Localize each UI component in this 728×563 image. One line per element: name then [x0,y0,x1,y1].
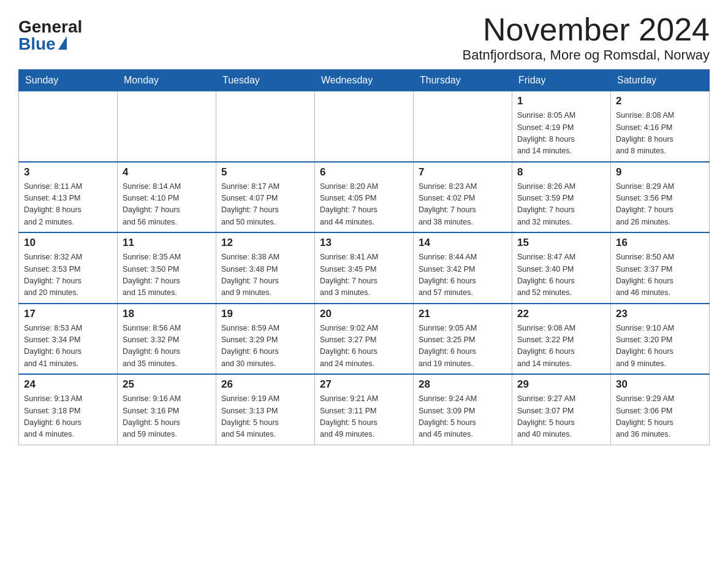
day-number: 9 [616,166,704,178]
day-number: 4 [123,166,211,178]
day-number: 13 [320,237,408,249]
day-info: Sunrise: 9:02 AM Sunset: 3:27 PM Dayligh… [320,323,408,370]
calendar-week-row: 10Sunrise: 8:32 AM Sunset: 3:53 PM Dayli… [19,232,710,304]
day-info: Sunrise: 9:29 AM Sunset: 3:06 PM Dayligh… [616,393,704,441]
day-info: Sunrise: 8:44 AM Sunset: 3:42 PM Dayligh… [419,251,507,299]
day-info: Sunrise: 8:11 AM Sunset: 4:13 PM Dayligh… [24,181,112,229]
day-number: 14 [419,237,507,249]
day-number: 30 [616,378,704,391]
header-friday: Friday [512,70,611,91]
day-info: Sunrise: 8:29 AM Sunset: 3:56 PM Dayligh… [616,181,704,229]
day-number: 25 [123,378,211,391]
day-number: 20 [320,308,408,320]
day-number: 2 [616,95,704,107]
day-info: Sunrise: 8:32 AM Sunset: 3:53 PM Dayligh… [24,251,112,299]
day-number: 16 [616,237,704,249]
day-info: Sunrise: 9:10 AM Sunset: 3:20 PM Dayligh… [616,323,704,370]
day-number: 5 [221,166,309,178]
day-info: Sunrise: 8:59 AM Sunset: 3:29 PM Dayligh… [221,323,309,370]
header-saturday: Saturday [611,70,710,91]
table-row: 28Sunrise: 9:24 AM Sunset: 3:09 PM Dayli… [414,374,512,445]
day-number: 19 [221,308,309,320]
day-info: Sunrise: 8:23 AM Sunset: 4:02 PM Dayligh… [419,181,507,229]
calendar-week-row: 1Sunrise: 8:05 AM Sunset: 4:19 PM Daylig… [19,91,710,162]
table-row: 5Sunrise: 8:17 AM Sunset: 4:07 PM Daylig… [216,162,315,233]
table-row [118,91,216,162]
day-number: 17 [24,308,112,320]
day-number: 22 [517,308,605,320]
table-row: 2Sunrise: 8:08 AM Sunset: 4:16 PM Daylig… [611,91,710,162]
day-info: Sunrise: 8:53 AM Sunset: 3:34 PM Dayligh… [24,323,112,370]
logo-blue-text: Blue [18,36,68,53]
day-number: 11 [123,237,211,249]
table-row: 19Sunrise: 8:59 AM Sunset: 3:29 PM Dayli… [216,304,315,375]
table-row: 30Sunrise: 9:29 AM Sunset: 3:06 PM Dayli… [611,374,710,445]
table-row: 23Sunrise: 9:10 AM Sunset: 3:20 PM Dayli… [611,304,710,375]
table-row: 20Sunrise: 9:02 AM Sunset: 3:27 PM Dayli… [315,304,414,375]
day-number: 29 [517,378,605,391]
day-info: Sunrise: 8:47 AM Sunset: 3:40 PM Dayligh… [517,251,605,299]
table-row: 9Sunrise: 8:29 AM Sunset: 3:56 PM Daylig… [611,162,710,233]
header-sunday: Sunday [19,70,118,91]
table-row: 18Sunrise: 8:56 AM Sunset: 3:32 PM Dayli… [118,304,216,375]
table-row: 27Sunrise: 9:21 AM Sunset: 3:11 PM Dayli… [315,374,414,445]
table-row: 1Sunrise: 8:05 AM Sunset: 4:19 PM Daylig… [512,91,611,162]
logo-general-text: General [18,18,82,36]
table-row: 3Sunrise: 8:11 AM Sunset: 4:13 PM Daylig… [19,162,118,233]
title-area: November 2024 Batnfjordsora, More og Rom… [463,12,710,63]
header-tuesday: Tuesday [216,70,315,91]
day-info: Sunrise: 9:05 AM Sunset: 3:25 PM Dayligh… [419,323,507,370]
day-number: 1 [517,95,605,107]
table-row: 11Sunrise: 8:35 AM Sunset: 3:50 PM Dayli… [118,232,216,304]
day-info: Sunrise: 8:20 AM Sunset: 4:05 PM Dayligh… [320,181,408,229]
day-number: 28 [419,378,507,391]
calendar-week-row: 3Sunrise: 8:11 AM Sunset: 4:13 PM Daylig… [19,162,710,233]
table-row: 21Sunrise: 9:05 AM Sunset: 3:25 PM Dayli… [414,304,512,375]
day-info: Sunrise: 8:41 AM Sunset: 3:45 PM Dayligh… [320,251,408,299]
table-row: 17Sunrise: 8:53 AM Sunset: 3:34 PM Dayli… [19,304,118,375]
header-monday: Monday [118,70,216,91]
day-info: Sunrise: 8:56 AM Sunset: 3:32 PM Dayligh… [123,323,211,370]
day-info: Sunrise: 9:08 AM Sunset: 3:22 PM Dayligh… [517,323,605,370]
table-row: 15Sunrise: 8:47 AM Sunset: 3:40 PM Dayli… [512,232,611,304]
table-row: 4Sunrise: 8:14 AM Sunset: 4:10 PM Daylig… [118,162,216,233]
day-info: Sunrise: 8:05 AM Sunset: 4:19 PM Dayligh… [517,110,605,158]
calendar-week-row: 17Sunrise: 8:53 AM Sunset: 3:34 PM Dayli… [19,304,710,375]
table-row: 12Sunrise: 8:38 AM Sunset: 3:48 PM Dayli… [216,232,315,304]
day-number: 6 [320,166,408,178]
day-number: 24 [24,378,112,391]
day-number: 15 [517,237,605,249]
logo: General Blue [18,12,82,53]
day-info: Sunrise: 8:08 AM Sunset: 4:16 PM Dayligh… [616,110,704,158]
day-info: Sunrise: 9:24 AM Sunset: 3:09 PM Dayligh… [419,393,507,441]
calendar-table: Sunday Monday Tuesday Wednesday Thursday… [18,69,710,445]
table-row [19,91,118,162]
weekday-header-row: Sunday Monday Tuesday Wednesday Thursday… [19,70,710,91]
day-info: Sunrise: 9:19 AM Sunset: 3:13 PM Dayligh… [221,393,309,441]
table-row: 6Sunrise: 8:20 AM Sunset: 4:05 PM Daylig… [315,162,414,233]
day-info: Sunrise: 8:17 AM Sunset: 4:07 PM Dayligh… [221,181,309,229]
day-number: 3 [24,166,112,178]
page-header: General Blue November 2024 Batnfjordsora… [18,12,710,63]
table-row: 7Sunrise: 8:23 AM Sunset: 4:02 PM Daylig… [414,162,512,233]
table-row: 25Sunrise: 9:16 AM Sunset: 3:16 PM Dayli… [118,374,216,445]
day-number: 7 [419,166,507,178]
day-info: Sunrise: 9:13 AM Sunset: 3:18 PM Dayligh… [24,393,112,441]
day-number: 10 [24,237,112,249]
header-thursday: Thursday [414,70,512,91]
table-row: 16Sunrise: 8:50 AM Sunset: 3:37 PM Dayli… [611,232,710,304]
header-wednesday: Wednesday [315,70,414,91]
table-row [414,91,512,162]
calendar-week-row: 24Sunrise: 9:13 AM Sunset: 3:18 PM Dayli… [19,374,710,445]
table-row: 8Sunrise: 8:26 AM Sunset: 3:59 PM Daylig… [512,162,611,233]
day-info: Sunrise: 8:50 AM Sunset: 3:37 PM Dayligh… [616,251,704,299]
day-info: Sunrise: 9:21 AM Sunset: 3:11 PM Dayligh… [320,393,408,441]
table-row: 26Sunrise: 9:19 AM Sunset: 3:13 PM Dayli… [216,374,315,445]
day-info: Sunrise: 8:35 AM Sunset: 3:50 PM Dayligh… [123,251,211,299]
month-title: November 2024 [463,12,710,47]
location-title: Batnfjordsora, More og Romsdal, Norway [463,47,710,63]
table-row [216,91,315,162]
day-info: Sunrise: 8:26 AM Sunset: 3:59 PM Dayligh… [517,181,605,229]
day-number: 26 [221,378,309,391]
day-number: 23 [616,308,704,320]
